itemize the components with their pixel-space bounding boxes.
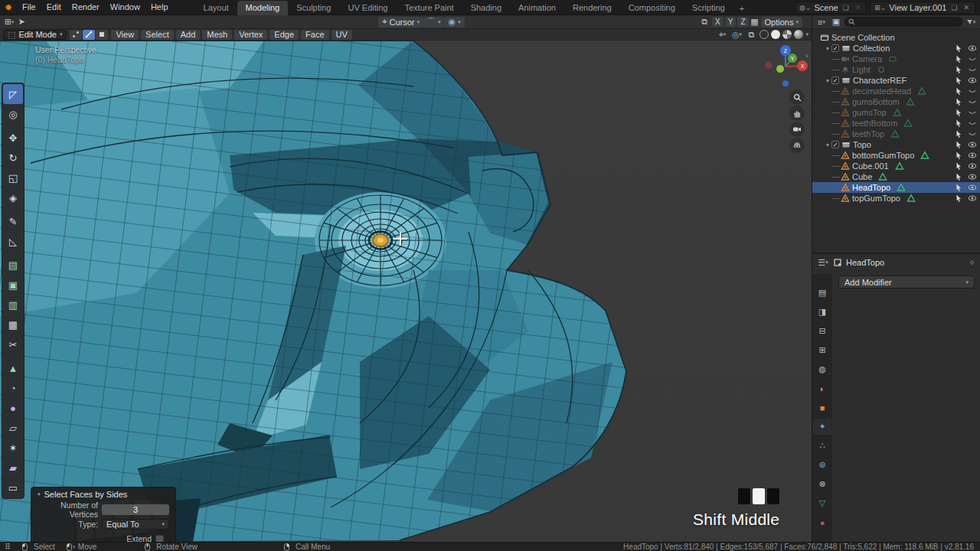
workspace-tab-rendering[interactable]: Rendering xyxy=(564,1,620,15)
properties-tab-render[interactable]: ◨ xyxy=(813,304,831,320)
viewport-menu-select[interactable]: Select xyxy=(141,30,174,40)
outliner-row-scene-collection[interactable]: Scene Collection xyxy=(812,32,980,43)
visibility-toggle[interactable] xyxy=(968,119,977,128)
selectable-toggle[interactable] xyxy=(954,86,963,96)
properties-tab-particles[interactable]: ∴ xyxy=(813,438,831,454)
select-mode-edge[interactable] xyxy=(83,30,95,40)
disclosure-triangle-icon[interactable]: ▼ xyxy=(824,142,831,148)
workspace-tab-scripting[interactable]: Scripting xyxy=(684,1,733,15)
rotate-tool[interactable]: ↻ xyxy=(3,148,23,168)
outliner-row-gumstop[interactable]: gumsTop xyxy=(812,107,980,118)
outliner-row-headtopo[interactable]: HeadTopo xyxy=(812,182,980,193)
edge-slide-tool[interactable]: ▱ xyxy=(3,418,23,438)
properties-tab-constraints[interactable]: ⊗ xyxy=(813,476,831,492)
visibility-toggle[interactable] xyxy=(968,108,977,117)
shading-wireframe-icon[interactable] xyxy=(760,30,769,39)
outliner-row-teethtop[interactable]: teethTop xyxy=(812,129,980,139)
scene-selector[interactable]: ◍⌄ Scene ❏ ✕ xyxy=(795,2,867,14)
viewport-menu-uv[interactable]: UV xyxy=(332,30,352,40)
cursor-tool[interactable]: ◎ xyxy=(3,104,23,124)
menu-window[interactable]: Window xyxy=(105,0,145,15)
smooth-tool[interactable]: ● xyxy=(3,398,23,418)
outliner-search-input[interactable] xyxy=(844,17,962,27)
extend-checkbox[interactable] xyxy=(155,535,164,543)
visibility-toggle[interactable] xyxy=(968,97,977,106)
ortho-grid-button[interactable] xyxy=(789,138,805,153)
navigation-gizmo[interactable]: Z Y X xyxy=(762,43,809,90)
outliner-row-cube-001[interactable]: Cube.001 xyxy=(812,161,980,171)
collection-checkbox[interactable]: ✓ xyxy=(831,44,839,52)
extrude-region-tool[interactable]: ▤ xyxy=(3,255,23,275)
workspace-tab-sculpting[interactable]: Sculpting xyxy=(288,1,339,15)
properties-tab-material[interactable]: ● xyxy=(813,514,831,530)
properties-tab-view-layer[interactable]: ⊞ xyxy=(813,342,831,358)
selectable-toggle[interactable] xyxy=(954,108,963,117)
selectable-toggle[interactable] xyxy=(954,119,963,128)
selectable-toggle[interactable] xyxy=(954,44,963,53)
add-modifier-button[interactable]: Add Modifier ▾ xyxy=(838,276,975,289)
properties-tab-scene[interactable]: ◍ xyxy=(813,361,831,377)
mirror-y-toggle[interactable]: Y xyxy=(725,17,737,27)
collapse-triangle-icon[interactable]: ▾ xyxy=(38,491,41,497)
camera-view-button[interactable] xyxy=(789,122,805,137)
visibility-toggle[interactable] xyxy=(968,129,977,139)
workspace-tab-animation[interactable]: Animation xyxy=(510,1,564,15)
workspace-tab-layout[interactable]: Layout xyxy=(195,1,237,15)
pin-icon[interactable]: ✧ xyxy=(969,258,975,268)
outliner-row-light[interactable]: Light xyxy=(812,64,980,75)
rip-region-tool[interactable]: ▭ xyxy=(3,478,23,497)
sidebar-collapse-icon[interactable]: ‹ xyxy=(805,51,808,60)
outliner-row-cube[interactable]: Cube xyxy=(812,171,980,182)
shading-material-icon[interactable] xyxy=(782,30,792,39)
properties-tab-output[interactable]: ⊟ xyxy=(813,323,831,339)
viewport-menu-view[interactable]: View xyxy=(111,30,139,40)
properties-tab-tool[interactable]: ▤ xyxy=(813,285,831,301)
viewport-menu-edge[interactable]: Edge xyxy=(270,30,299,40)
properties-tab-physics[interactable]: ⊚ xyxy=(813,457,831,473)
filter-dropdown-icon[interactable]: ▾ xyxy=(965,17,977,28)
visibility-toggle[interactable] xyxy=(968,76,977,85)
disclosure-triangle-icon[interactable]: ▼ xyxy=(824,78,831,83)
new-scene-button[interactable]: ❏ xyxy=(841,4,851,11)
selectable-toggle[interactable] xyxy=(954,76,963,85)
transform-orientation-dropdown[interactable]: ⌖ Cursor ▾ xyxy=(378,17,423,28)
properties-tab-object-data[interactable]: ▽ xyxy=(813,495,831,511)
workspace-tab-shading[interactable]: Shading xyxy=(462,1,510,15)
visibility-toggle[interactable] xyxy=(968,151,977,160)
select-mode-face[interactable] xyxy=(96,30,108,40)
shrink-fatten-tool[interactable]: ✶ xyxy=(3,438,23,458)
shading-dropdown-icon[interactable]: ▾ xyxy=(805,31,808,37)
shading-solid-icon[interactable] xyxy=(771,30,780,39)
operator-panel[interactable]: ▾ Select Faces by Sides Number of Vertic… xyxy=(31,487,176,542)
display-mode-dropdown-icon[interactable]: ≡▾ xyxy=(815,17,828,28)
workspace-tab-compositing[interactable]: Compositing xyxy=(620,1,684,15)
visibility-toggle[interactable] xyxy=(968,54,977,64)
outliner-row-collection[interactable]: ▼✓Collection xyxy=(812,43,980,54)
proportional-editing-dropdown[interactable]: ◉▾ xyxy=(444,17,464,28)
menu-render[interactable]: Render xyxy=(67,0,105,15)
view-layer-selector[interactable]: ⊞⌄ View Layer.001 ❏ ✕ xyxy=(870,2,975,14)
mirror-x-toggle[interactable]: X xyxy=(712,17,724,27)
collection-checkbox[interactable]: ✓ xyxy=(831,77,839,84)
workspace-tab-texture-paint[interactable]: Texture Paint xyxy=(396,1,462,15)
properties-tab-world[interactable]: ◐ xyxy=(813,380,831,396)
snap-falloff-icon[interactable]: ▦ xyxy=(749,17,761,28)
loop-cut-tool[interactable]: ▦ xyxy=(3,315,23,334)
knife-tool[interactable]: ✂ xyxy=(3,334,23,354)
viewport-menu-face[interactable]: Face xyxy=(301,30,328,40)
workspace-tab-modeling[interactable]: Modeling xyxy=(237,1,289,15)
properties-editor-icon[interactable]: ☰▾ xyxy=(817,257,829,268)
poly-build-tool[interactable]: ▲ xyxy=(3,358,23,378)
zoom-button[interactable] xyxy=(789,90,805,105)
workspace-tab-uv-editing[interactable]: UV Editing xyxy=(339,1,396,15)
selectable-toggle[interactable] xyxy=(954,129,963,139)
blender-logo-icon[interactable]: ✸ xyxy=(0,2,17,13)
outliner-row-topgumtopo[interactable]: topGumTopo xyxy=(812,193,980,204)
selectable-toggle[interactable] xyxy=(954,183,963,192)
new-view-layer-button[interactable]: ❏ xyxy=(949,4,959,11)
selectable-toggle[interactable] xyxy=(954,65,963,74)
options-dropdown[interactable]: Options ▾ xyxy=(761,17,802,28)
select-mode-vertex[interactable] xyxy=(70,30,82,40)
menu-file[interactable]: File xyxy=(17,0,41,15)
selectable-toggle[interactable] xyxy=(954,194,963,203)
